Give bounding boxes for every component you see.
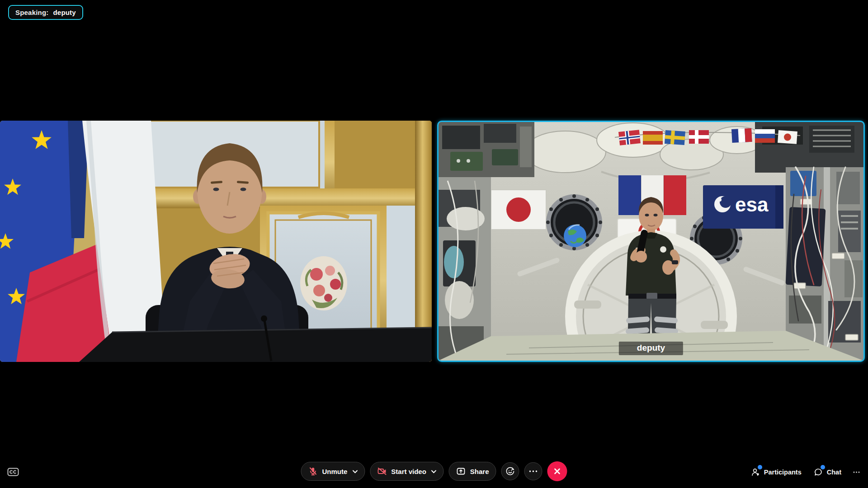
speaking-indicator-speaker: deputy [53,9,75,16]
chat-label: Chat [827,469,841,476]
unmute-button[interactable]: Unmute [301,462,365,481]
equipment-top-left [439,122,534,177]
participant-name: deputy [637,343,665,352]
reactions-button[interactable] [501,462,519,480]
speaking-indicator-label: Speaking: [15,9,48,16]
video-tile-left[interactable] [0,121,432,362]
flag-japan-small [778,130,797,144]
flag-russia [755,129,775,143]
end-call-button[interactable] [547,461,567,481]
equipment-right [786,167,863,361]
more-icon [529,470,538,472]
video-tile-active-speaker[interactable]: esa [437,121,865,362]
share-screen-button[interactable]: Share [449,462,496,481]
share-screen-icon [456,466,466,476]
iss-scene-art: esa [439,122,863,361]
flag-norway [618,130,641,145]
participant-name-tag: deputy [619,342,683,355]
more-options-button[interactable] [853,471,860,473]
notification-dot [758,465,762,469]
unmute-label: Unmute [322,468,347,475]
more-horizontal-icon [853,471,860,473]
equipment-left [439,177,491,361]
video-call-window: Speaking: deputy [0,0,868,488]
flag-japan-large [491,190,546,230]
close-icon [554,468,561,475]
flag-spain [643,131,663,145]
chevron-down-icon[interactable] [352,467,358,475]
start-video-button[interactable]: Start video [370,462,444,481]
notification-dot [821,465,825,469]
participants-label: Participants [764,469,802,476]
participants-icon [750,467,760,477]
call-control-bar: Unmute Start video [301,461,567,481]
start-video-label: Start video [391,468,426,475]
gold-molding [134,188,432,208]
mic-off-icon [308,466,318,476]
esa-banner: esa [703,185,783,229]
share-label: Share [470,468,489,475]
office-scene-art [0,121,432,362]
panel-controls: Participants Chat [750,463,860,481]
chevron-down-icon[interactable] [431,467,437,475]
esa-logo-text: esa [735,193,769,216]
flag-denmark [689,130,709,144]
participants-button[interactable]: Participants [750,467,802,477]
video-off-icon [377,466,387,476]
speaking-indicator: Speaking: deputy [8,5,83,20]
more-controls-button[interactable] [524,462,542,480]
reactions-icon [505,466,515,476]
flag-france-small [731,128,752,143]
cc-icon [7,468,19,476]
flag-sweden [665,130,685,145]
earth-globe [564,225,586,247]
chat-icon [813,467,823,477]
closed-captions-button[interactable] [7,468,19,478]
floral-painting [300,256,347,310]
chat-button[interactable]: Chat [813,467,841,477]
